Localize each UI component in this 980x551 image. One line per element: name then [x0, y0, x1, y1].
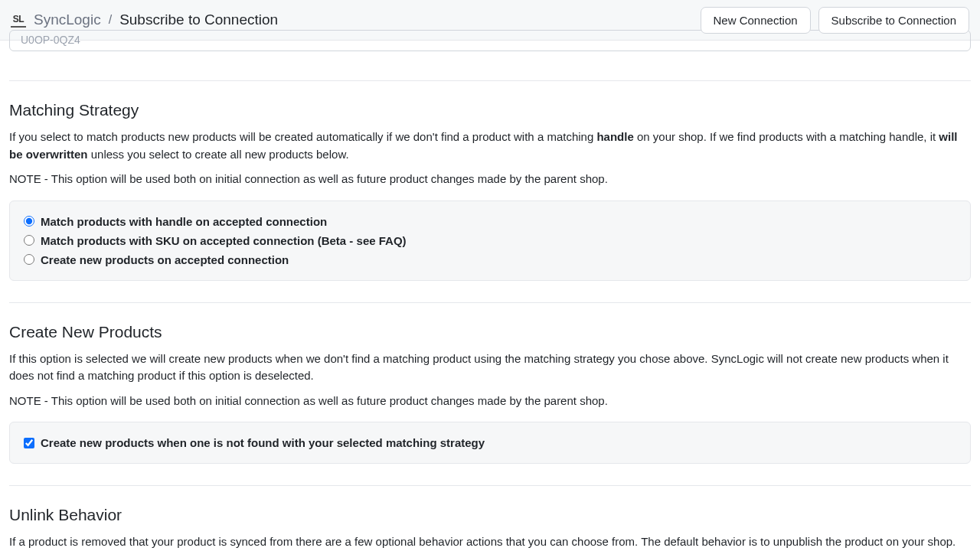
match-create-row: Create new products on accepted connecti… [24, 253, 956, 266]
match-create-radio[interactable] [24, 254, 34, 265]
topbar-left: SL SyncLogic / Subscribe to Connection [11, 11, 278, 28]
matching-options-card: Match products with handle on accepted c… [9, 201, 971, 281]
match-sku-label[interactable]: Match products with SKU on accepted conn… [41, 234, 407, 247]
matching-strategy-desc: If you select to match products new prod… [9, 129, 971, 163]
match-handle-row: Match products with handle on accepted c… [24, 215, 956, 228]
match-handle-radio[interactable] [24, 216, 34, 227]
matching-strategy-note: NOTE - This option will be used both on … [9, 171, 971, 188]
match-sku-radio[interactable] [24, 235, 34, 246]
create-products-note: NOTE - This option will be used both on … [9, 393, 971, 410]
main-content: U0OP-0QZ4 Matching Strategy If you selec… [0, 30, 980, 551]
match-create-label[interactable]: Create new products on accepted connecti… [41, 253, 289, 266]
app-logo: SL [11, 12, 26, 28]
create-checkbox-row: Create new products when one is not foun… [24, 436, 956, 449]
matching-strategy-heading: Matching Strategy [9, 101, 971, 119]
create-products-card: Create new products when one is not foun… [9, 422, 971, 464]
create-new-label[interactable]: Create new products when one is not foun… [41, 436, 485, 449]
breadcrumb-separator: / [109, 13, 112, 27]
brand-name[interactable]: SyncLogic [34, 11, 101, 28]
match-sku-row: Match products with SKU on accepted conn… [24, 234, 956, 247]
subscribe-connection-button[interactable]: Subscribe to Connection [818, 7, 969, 34]
create-products-desc: If this option is selected we will creat… [9, 350, 971, 385]
match-handle-label[interactable]: Match products with handle on accepted c… [41, 215, 327, 228]
create-products-heading: Create New Products [9, 323, 971, 341]
new-connection-button[interactable]: New Connection [701, 7, 811, 34]
create-new-checkbox[interactable] [24, 438, 34, 448]
topbar-actions: New Connection Subscribe to Connection [701, 7, 970, 34]
unlink-behavior-desc: If a product is removed that your produc… [9, 533, 971, 551]
unlink-behavior-heading: Unlink Behavior [9, 506, 971, 524]
matching-strategy-section: Matching Strategy If you select to match… [9, 80, 971, 303]
unlink-behavior-section: Unlink Behavior If a product is removed … [9, 486, 971, 551]
page-title: Subscribe to Connection [119, 11, 278, 28]
create-products-section: Create New Products If this option is se… [9, 303, 971, 487]
